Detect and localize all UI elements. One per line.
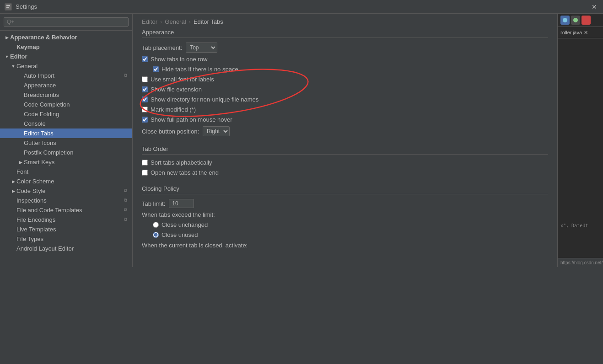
sidebar-label: Appearance & Behavior — [10, 34, 132, 41]
sidebar-item-file-and-code-templates[interactable]: File and Code Templates ⧉ — [0, 205, 132, 215]
closing-policy-section: Closing Policy Tab limit: 10 When tabs e… — [142, 185, 548, 249]
open-new-end-checkbox[interactable] — [142, 170, 148, 176]
close-tab-icon[interactable]: ✕ — [584, 30, 588, 36]
show-directory-text: Show directory for non-unique file names — [151, 96, 258, 103]
sidebar-item-inspections[interactable]: Inspections ⧉ — [0, 196, 132, 205]
close-button-position-row: Close button position: Right Left None — [142, 126, 548, 136]
editor-code-snippet: x", DateUt — [558, 221, 603, 230]
show-directory-checkbox[interactable] — [142, 96, 148, 102]
show-full-path-label[interactable]: Show full path on mouse hover — [142, 116, 232, 123]
breadcrumb-editor[interactable]: Editor — [142, 18, 157, 25]
show-tabs-one-row-label[interactable]: Show tabs in one row — [142, 56, 207, 63]
sidebar-item-appearance[interactable]: Appearance — [0, 80, 132, 90]
small-font-labels-row: Use small font for labels — [142, 76, 548, 83]
show-full-path-checkbox[interactable] — [142, 117, 148, 123]
collapse-icon: ▼ — [4, 54, 10, 60]
sidebar-item-console[interactable]: Console — [0, 119, 132, 128]
sidebar-item-color-scheme[interactable]: ▶ Color Scheme — [0, 177, 132, 186]
expand-icon — [10, 236, 16, 242]
mark-modified-label[interactable]: Mark modified (*) — [142, 106, 196, 113]
appearance-section: Appearance Tab placement: Top Left Botto… — [142, 29, 548, 136]
breadcrumb: Editor › General › Editor Tabs — [133, 14, 557, 29]
close-button-position-select[interactable]: Right Left None — [203, 126, 230, 136]
sidebar-search-area — [0, 14, 132, 31]
sidebar-item-gutter-icons[interactable]: Gutter Icons — [0, 138, 132, 148]
show-file-extension-label[interactable]: Show file extension — [142, 86, 202, 93]
expand-icon — [17, 150, 24, 156]
sidebar-item-general[interactable]: ▼ General — [0, 61, 132, 71]
sidebar: ▶ Appearance & Behavior Keymap ▼ Editor … — [0, 14, 133, 267]
copy-icon: ⧉ — [124, 73, 130, 79]
copy-icon: ⧉ — [124, 217, 130, 223]
sidebar-item-keymap[interactable]: Keymap — [0, 42, 132, 52]
sort-alphabetically-label[interactable]: Sort tabs alphabetically — [142, 159, 212, 166]
show-file-extension-checkbox[interactable] — [142, 86, 148, 92]
sidebar-item-editor-tabs[interactable]: Editor Tabs — [0, 128, 132, 138]
hide-tabs-no-space-checkbox[interactable] — [153, 66, 159, 72]
collapse-icon: ▼ — [10, 63, 16, 70]
sidebar-label: Breadcrumbs — [24, 91, 132, 98]
settings-content: Editor › General › Editor Tabs Appearanc… — [133, 14, 557, 267]
svg-point-4 — [573, 18, 578, 22]
sidebar-item-auto-import[interactable]: Auto Import ⧉ — [0, 71, 132, 80]
sidebar-item-file-encodings[interactable]: File Encodings ⧉ — [0, 215, 132, 225]
svg-rect-2 — [6, 7, 9, 8]
show-full-path-row: Show full path on mouse hover — [142, 116, 548, 123]
expand-icon: ▶ — [17, 159, 24, 166]
sort-alphabetically-checkbox[interactable] — [142, 160, 148, 166]
sidebar-item-appearance-behavior[interactable]: ▶ Appearance & Behavior — [0, 32, 132, 42]
open-new-end-label[interactable]: Open new tabs at the end — [142, 169, 219, 176]
sidebar-label: Code Style — [16, 187, 124, 194]
search-input[interactable] — [4, 17, 129, 27]
close-unchanged-radio[interactable] — [153, 222, 159, 228]
sidebar-item-postfix-completion[interactable]: Postfix Completion — [0, 148, 132, 157]
sidebar-label: Auto Import — [24, 72, 124, 79]
sidebar-item-smart-keys[interactable]: ▶ Smart Keys — [0, 157, 132, 167]
close-unused-radio[interactable] — [153, 232, 159, 238]
copy-icon: ⧉ — [124, 198, 130, 204]
editor-tab[interactable]: roller.java ✕ — [558, 27, 603, 38]
right-editor-panel: roller.java ✕ x", DateUt https://blog.cs… — [557, 14, 603, 267]
expand-icon: ▶ — [10, 188, 16, 194]
expand-icon — [10, 207, 16, 214]
expand-icon — [10, 226, 16, 233]
sidebar-label: Postfix Completion — [24, 149, 132, 156]
sidebar-item-code-folding[interactable]: Code Folding — [0, 109, 132, 119]
url-bar: https://blog.csdn.net/tomatocc — [558, 258, 603, 267]
hide-tabs-no-space-label[interactable]: Hide tabs if there is no space — [153, 66, 238, 73]
sidebar-item-android-layout-editor[interactable]: Android Layout Editor — [0, 244, 132, 253]
sidebar-label: Code Folding — [24, 111, 132, 118]
expand-icon — [17, 130, 24, 137]
sidebar-item-file-types[interactable]: File Types — [0, 234, 132, 244]
sidebar-item-code-completion[interactable]: Code Completion — [0, 100, 132, 109]
close-button[interactable]: ✕ — [590, 3, 598, 11]
expand-icon — [17, 73, 24, 79]
copy-icon: ⧉ — [124, 207, 130, 214]
tab-limit-input[interactable]: 10 — [169, 199, 194, 208]
settings-panel: Appearance Tab placement: Top Left Botto… — [133, 29, 557, 267]
copy-icon: ⧉ — [124, 188, 130, 194]
closing-policy-section-title: Closing Policy — [142, 185, 548, 194]
sidebar-label: Keymap — [16, 43, 132, 50]
hide-tabs-no-space-row: Hide tabs if there is no space — [142, 66, 548, 73]
expand-icon — [10, 169, 16, 175]
sidebar-item-live-templates[interactable]: Live Templates — [0, 225, 132, 234]
close-unused-label[interactable]: Close unused — [153, 231, 198, 238]
sidebar-item-code-style[interactable]: ▶ Code Style ⧉ — [0, 186, 132, 196]
mark-modified-checkbox[interactable] — [142, 107, 148, 112]
small-font-labels-checkbox[interactable] — [142, 76, 148, 82]
small-font-labels-label[interactable]: Use small font for labels — [142, 76, 214, 83]
show-file-extension-text: Show file extension — [151, 86, 202, 93]
sidebar-item-editor[interactable]: ▼ Editor — [0, 52, 132, 61]
expand-icon — [17, 121, 24, 127]
sidebar-item-font[interactable]: Font — [0, 167, 132, 177]
open-new-end-text: Open new tabs at the end — [151, 169, 219, 176]
sidebar-label: Smart Keys — [24, 159, 132, 166]
show-tabs-one-row-checkbox[interactable] — [142, 56, 148, 62]
breadcrumb-general[interactable]: General — [165, 18, 186, 25]
tab-placement-select[interactable]: Top Left Bottom Right None — [186, 43, 217, 53]
expand-icon — [10, 246, 16, 252]
show-directory-label[interactable]: Show directory for non-unique file names — [142, 96, 258, 103]
sidebar-item-breadcrumbs[interactable]: Breadcrumbs — [0, 90, 132, 100]
close-unchanged-label[interactable]: Close unchanged — [153, 221, 208, 228]
